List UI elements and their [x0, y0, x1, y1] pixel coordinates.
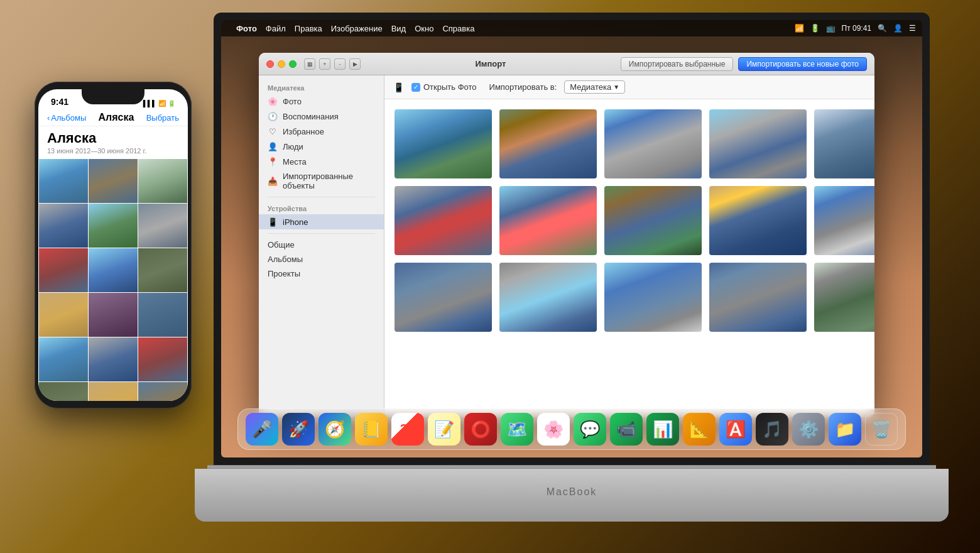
dock-numbers[interactable]: 📊 — [646, 413, 679, 446]
zoom-out-button[interactable]: - — [334, 58, 346, 70]
traffic-lights — [266, 60, 297, 68]
iphone-thumb-5[interactable] — [89, 204, 138, 248]
dock-calendar[interactable]: 31 — [391, 413, 424, 446]
back-chevron-icon: ‹ — [47, 113, 50, 123]
menubar-app-name[interactable]: Фото — [236, 24, 257, 33]
dock-siri[interactable]: 🎤 — [246, 413, 278, 446]
dock-notes[interactable]: 📝 — [428, 413, 460, 446]
sidebar-item-photos[interactable]: 🌸 Фото — [259, 94, 384, 109]
photo-thumb-14[interactable] — [709, 263, 807, 332]
dock-music[interactable]: 🎵 — [756, 413, 788, 446]
dock-keynote[interactable]: 📐 — [683, 413, 716, 446]
sidebar-item-favorites[interactable]: ♡ Избранное — [259, 124, 384, 139]
iphone-thumb-4[interactable] — [39, 204, 88, 248]
control-center-icon[interactable]: ☰ — [909, 24, 916, 33]
sidebar-item-albums[interactable]: Альбомы — [259, 252, 384, 266]
fullscreen-button[interactable] — [289, 60, 297, 68]
forward-button[interactable]: ▶ — [349, 58, 361, 70]
iphone-choose-button[interactable]: Выбрать — [146, 113, 179, 123]
import-library-dropdown[interactable]: Медиатека ▼ — [564, 80, 625, 94]
system-prefs-icon: ⚙️ — [798, 420, 819, 439]
sidebar-memories-label: Воспоминания — [283, 112, 339, 121]
iphone-back-button[interactable]: ‹ Альбомы — [47, 113, 86, 123]
iphone-thumb-13[interactable] — [39, 337, 88, 381]
dock-trash[interactable]: 🗑️ — [865, 413, 898, 446]
dock-messages[interactable]: 💬 — [574, 413, 606, 446]
dock-safari[interactable]: 🧭 — [318, 413, 351, 446]
battery-icon: 🔋 — [810, 24, 820, 33]
photo-thumb-13[interactable] — [604, 263, 702, 332]
dock-facetime[interactable]: 📹 — [610, 413, 643, 446]
iphone-thumb-15[interactable] — [138, 337, 187, 381]
iphone-thumb-1[interactable] — [39, 159, 88, 203]
iphone-thumb-2[interactable] — [89, 159, 138, 203]
close-button[interactable] — [266, 60, 274, 68]
devices-section-label: Устройства — [259, 201, 384, 214]
photo-thumb-15[interactable] — [814, 263, 874, 332]
menubar-help[interactable]: Справка — [442, 24, 474, 33]
window-content: Медиатека 🌸 Фото 🕐 Воспоминания ♡ Избран… — [259, 75, 874, 417]
sidebar-item-projects[interactable]: Проекты — [259, 266, 384, 281]
sidebar-item-memories[interactable]: 🕐 Воспоминания — [259, 109, 384, 124]
dock-appstore[interactable]: 🅰️ — [719, 413, 752, 446]
iphone-thumb-18[interactable] — [138, 382, 187, 401]
open-photos-checkbox[interactable]: ✓ — [411, 83, 420, 92]
menubar-file[interactable]: Файл — [266, 24, 286, 33]
dock-system-prefs[interactable]: ⚙️ — [792, 413, 825, 446]
iphone-status-icons: ▌▌▌ 📶 🔋 — [143, 100, 175, 107]
photo-thumb-11[interactable] — [395, 263, 492, 332]
contacts-icon: 📒 — [361, 420, 381, 439]
search-icon[interactable]: 🔍 — [878, 24, 887, 33]
photo-thumb-2[interactable] — [499, 109, 597, 178]
dock-maps[interactable]: 🗺️ — [501, 413, 533, 446]
dock-photos[interactable]: 🌸 — [537, 413, 570, 446]
zoom-in-button[interactable]: + — [319, 58, 330, 70]
iphone-thumb-8[interactable] — [89, 248, 138, 292]
sidebar-item-people[interactable]: 👤 Люди — [259, 139, 384, 154]
sidebar-item-imported[interactable]: 📥 Импортированные объекты — [259, 169, 384, 193]
dock-reminders[interactable]: ⭕ — [464, 413, 497, 446]
photo-thumb-3[interactable] — [604, 109, 702, 178]
import-selected-button[interactable]: Импортировать выбранные — [621, 57, 734, 71]
sidebar-item-places[interactable]: 📍 Места — [259, 154, 384, 169]
dock-launchpad[interactable]: 🚀 — [282, 413, 315, 446]
iphone-battery-icon: 🔋 — [168, 100, 175, 107]
iphone-thumb-12[interactable] — [138, 293, 187, 337]
iphone-thumb-7[interactable] — [39, 248, 88, 292]
iphone-thumb-11[interactable] — [89, 293, 138, 337]
import-all-button[interactable]: Импортировать все новые фото — [738, 57, 867, 71]
sidebar-item-iphone[interactable]: 📱 iPhone — [259, 214, 384, 229]
dock-files[interactable]: 📁 — [829, 413, 861, 446]
menubar-image[interactable]: Изображение — [331, 24, 383, 33]
photo-row-2 — [395, 186, 864, 255]
photo-thumb-6[interactable] — [395, 186, 492, 255]
photo-thumb-9[interactable] — [709, 186, 807, 255]
iphone-thumb-3[interactable] — [138, 159, 187, 203]
dock-contacts[interactable]: 📒 — [355, 413, 388, 446]
iphone-grid-row-6 — [39, 382, 187, 401]
iphone-thumb-14[interactable] — [89, 337, 138, 381]
iphone-thumb-9[interactable] — [138, 248, 187, 292]
photo-thumb-10[interactable] — [814, 186, 874, 255]
sidebar-item-shared[interactable]: Общие — [259, 238, 384, 252]
macbook-screen: Фото Файл Правка Изображение Вид Окно Сп… — [221, 20, 922, 457]
iphone-thumb-17[interactable] — [89, 382, 138, 401]
iphone-thumb-16[interactable] — [39, 382, 88, 401]
sidebar-toggle-button[interactable]: ▦ — [304, 58, 315, 70]
photo-thumb-8[interactable] — [604, 186, 702, 255]
albums-label: Альбомы — [268, 255, 303, 264]
minimize-button[interactable] — [278, 60, 285, 68]
photo-thumb-12[interactable] — [499, 263, 597, 332]
open-photos-checkbox-label[interactable]: ✓ Открыть Фото — [411, 82, 477, 92]
photo-thumb-1[interactable] — [395, 109, 492, 178]
photo-thumb-7[interactable] — [499, 186, 597, 255]
iphone: 9:41 ▌▌▌ 📶 🔋 ‹ Альбомы Аляска Выбрать Ал… — [35, 82, 192, 408]
photo-thumb-5[interactable] — [814, 109, 874, 178]
menubar-edit[interactable]: Правка — [295, 24, 322, 33]
menubar-view[interactable]: Вид — [391, 24, 406, 33]
user-icon[interactable]: 👤 — [893, 24, 903, 33]
photo-thumb-4[interactable] — [709, 109, 807, 178]
menubar-window[interactable]: Окно — [415, 24, 433, 33]
iphone-thumb-6[interactable] — [138, 204, 187, 248]
iphone-thumb-10[interactable] — [39, 293, 88, 337]
